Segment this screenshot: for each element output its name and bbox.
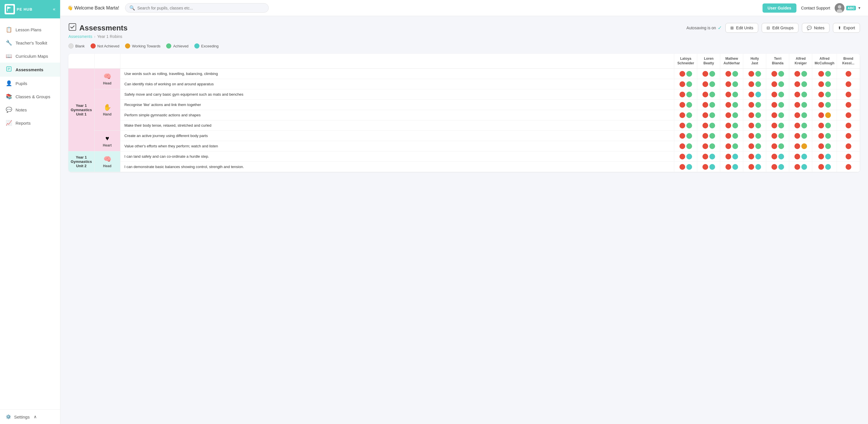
- score-dot[interactable]: [795, 112, 800, 118]
- score-cell[interactable]: [697, 69, 720, 79]
- score-dot[interactable]: [703, 164, 708, 170]
- score-cell[interactable]: [674, 69, 697, 79]
- score-dot[interactable]: [679, 81, 685, 87]
- score-cell[interactable]: [837, 89, 860, 100]
- score-dot[interactable]: [686, 164, 692, 170]
- score-dot[interactable]: [709, 92, 715, 97]
- score-dot[interactable]: [778, 123, 784, 128]
- score-dot[interactable]: [686, 112, 692, 118]
- breadcrumb-root[interactable]: Assessments: [68, 34, 92, 39]
- score-dot[interactable]: [845, 92, 851, 97]
- score-dot[interactable]: [679, 123, 685, 128]
- score-cell[interactable]: [743, 120, 766, 131]
- score-dot[interactable]: [703, 81, 708, 87]
- collapse-button[interactable]: «: [53, 7, 56, 12]
- score-dot[interactable]: [771, 133, 777, 139]
- score-dot[interactable]: [825, 81, 831, 87]
- score-dot[interactable]: [686, 143, 692, 149]
- score-cell[interactable]: [674, 120, 697, 131]
- score-dot[interactable]: [825, 143, 831, 149]
- score-cell[interactable]: [674, 79, 697, 89]
- score-dot[interactable]: [795, 71, 800, 77]
- score-cell[interactable]: [743, 110, 766, 120]
- score-dot[interactable]: [845, 123, 851, 128]
- score-cell[interactable]: [812, 89, 837, 100]
- edit-groups-button[interactable]: ⊟ Edit Groups: [762, 23, 799, 33]
- score-dot[interactable]: [845, 112, 851, 118]
- score-dot[interactable]: [686, 133, 692, 139]
- score-dot[interactable]: [748, 143, 754, 149]
- score-dot[interactable]: [845, 164, 851, 170]
- score-cell[interactable]: [837, 152, 860, 162]
- score-dot[interactable]: [755, 133, 761, 139]
- score-cell[interactable]: [697, 162, 720, 172]
- score-dot[interactable]: [801, 133, 807, 139]
- sidebar-item-lesson-plans[interactable]: 📋 Lesson Plans: [0, 23, 60, 36]
- score-dot[interactable]: [748, 112, 754, 118]
- sidebar-item-curriculum-maps[interactable]: 📖 Curriculum Maps: [0, 50, 60, 63]
- score-dot[interactable]: [825, 71, 831, 77]
- score-dot[interactable]: [818, 81, 824, 87]
- score-dot[interactable]: [825, 102, 831, 108]
- score-dot[interactable]: [778, 102, 784, 108]
- score-dot[interactable]: [801, 164, 807, 170]
- score-dot[interactable]: [795, 81, 800, 87]
- score-dot[interactable]: [709, 81, 715, 87]
- score-cell[interactable]: [789, 100, 812, 110]
- score-cell[interactable]: [674, 131, 697, 141]
- score-cell[interactable]: [837, 141, 860, 152]
- score-cell[interactable]: [674, 89, 697, 100]
- score-dot[interactable]: [771, 92, 777, 97]
- score-dot[interactable]: [748, 123, 754, 128]
- notes-button[interactable]: 💬 Notes: [802, 23, 830, 33]
- score-dot[interactable]: [725, 81, 731, 87]
- score-cell[interactable]: [743, 162, 766, 172]
- score-dot[interactable]: [748, 102, 754, 108]
- score-dot[interactable]: [771, 164, 777, 170]
- score-dot[interactable]: [825, 123, 831, 128]
- score-dot[interactable]: [771, 123, 777, 128]
- score-cell[interactable]: [812, 131, 837, 141]
- score-cell[interactable]: [812, 120, 837, 131]
- score-dot[interactable]: [818, 164, 824, 170]
- sidebar-item-reports[interactable]: 📈 Reports: [0, 116, 60, 130]
- score-dot[interactable]: [755, 81, 761, 87]
- score-cell[interactable]: [766, 152, 789, 162]
- score-dot[interactable]: [725, 143, 731, 149]
- score-cell[interactable]: [766, 69, 789, 79]
- score-cell[interactable]: [766, 110, 789, 120]
- score-dot[interactable]: [755, 164, 761, 170]
- score-cell[interactable]: [789, 79, 812, 89]
- score-dot[interactable]: [845, 81, 851, 87]
- score-cell[interactable]: [743, 79, 766, 89]
- score-dot[interactable]: [709, 112, 715, 118]
- score-dot[interactable]: [795, 123, 800, 128]
- score-dot[interactable]: [709, 133, 715, 139]
- score-dot[interactable]: [709, 123, 715, 128]
- score-dot[interactable]: [686, 92, 692, 97]
- score-cell[interactable]: [697, 131, 720, 141]
- score-dot[interactable]: [795, 154, 800, 159]
- score-cell[interactable]: [789, 69, 812, 79]
- score-cell[interactable]: [697, 100, 720, 110]
- score-cell[interactable]: [812, 141, 837, 152]
- score-cell[interactable]: [837, 100, 860, 110]
- score-dot[interactable]: [801, 92, 807, 97]
- score-dot[interactable]: [725, 112, 731, 118]
- score-dot[interactable]: [801, 81, 807, 87]
- score-dot[interactable]: [818, 102, 824, 108]
- score-dot[interactable]: [801, 71, 807, 77]
- score-dot[interactable]: [801, 154, 807, 159]
- score-cell[interactable]: [812, 100, 837, 110]
- score-dot[interactable]: [825, 112, 831, 118]
- avatar-area[interactable]: ABC ▼: [835, 3, 861, 13]
- score-dot[interactable]: [725, 133, 731, 139]
- score-dot[interactable]: [732, 133, 738, 139]
- score-cell[interactable]: [812, 110, 837, 120]
- score-dot[interactable]: [818, 143, 824, 149]
- score-dot[interactable]: [686, 154, 692, 159]
- score-dot[interactable]: [801, 143, 807, 149]
- avatar-dropdown-icon[interactable]: ▼: [858, 6, 861, 10]
- score-dot[interactable]: [778, 71, 784, 77]
- score-dot[interactable]: [778, 154, 784, 159]
